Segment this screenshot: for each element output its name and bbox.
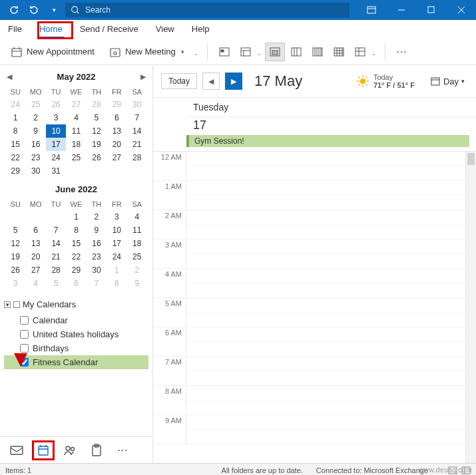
mini-cal-day[interactable]: 13 — [107, 124, 126, 138]
minimize-button[interactable] — [386, 0, 416, 20]
qat-customize-icon[interactable]: ▾ — [45, 1, 63, 19]
time-slot[interactable] — [186, 269, 476, 297]
mini-cal-day[interactable]: 25 — [127, 250, 147, 263]
view-month-button[interactable] — [329, 43, 349, 61]
mini-cal-day[interactable] — [5, 210, 25, 224]
view-workweek-button[interactable] — [286, 43, 306, 61]
mini-cal-day[interactable]: 9 — [87, 224, 107, 237]
mini-cal-day[interactable]: 17 — [46, 138, 66, 151]
undo-icon[interactable] — [25, 1, 43, 19]
mini-cal-day[interactable]: 28 — [127, 151, 147, 164]
mini-cal-day[interactable]: 29 — [107, 98, 126, 111]
time-slot[interactable] — [186, 210, 476, 239]
mini-cal-day[interactable]: 9 — [127, 277, 147, 290]
time-row[interactable]: 1 AM — [153, 181, 476, 210]
mini-cal-day[interactable]: 8 — [107, 277, 126, 290]
mini-cal-day[interactable]: 9 — [25, 124, 45, 138]
mini-cal-day[interactable]: 30 — [25, 164, 45, 178]
view-schedule-button[interactable] — [350, 43, 370, 61]
time-row[interactable]: 2 AM — [153, 210, 476, 239]
mini-cal-day[interactable]: 1 — [5, 111, 25, 124]
mini-cal-day[interactable] — [66, 164, 86, 178]
mini-cal-day[interactable]: 6 — [25, 224, 45, 237]
mini-cal-day[interactable]: 16 — [25, 138, 45, 151]
mini-cal-day[interactable]: 11 — [66, 124, 86, 138]
checkbox-icon[interactable] — [13, 301, 20, 308]
mini-cal-day[interactable]: 3 — [107, 210, 126, 224]
today-button[interactable]: Today — [161, 73, 197, 89]
next-month-button[interactable]: ▶ — [140, 73, 146, 81]
mini-cal-day[interactable]: 2 — [87, 210, 107, 224]
view-week-button[interactable] — [308, 43, 328, 61]
tab-help[interactable]: Help — [190, 21, 211, 38]
mini-cal-day[interactable]: 24 — [107, 250, 126, 263]
time-slot[interactable] — [186, 181, 476, 210]
mini-cal-day[interactable]: 22 — [5, 151, 25, 164]
time-row[interactable]: 9 AM — [153, 415, 476, 444]
nav-people-button[interactable] — [59, 440, 81, 460]
mini-cal-day[interactable]: 19 — [87, 138, 107, 151]
mini-cal-day[interactable]: 3 — [5, 277, 25, 290]
scrollbar-thumb[interactable] — [467, 153, 475, 165]
mini-cal-day[interactable]: 1 — [66, 210, 86, 224]
calendar-tree-item[interactable]: Calendar — [4, 313, 148, 327]
mini-cal-day[interactable]: 24 — [46, 151, 66, 164]
mini-cal-day[interactable]: 29 — [5, 164, 25, 178]
mini-cal-day[interactable]: 4 — [25, 277, 45, 290]
mini-cal-day[interactable]: 4 — [66, 111, 86, 124]
ribbon-overflow-button[interactable]: ⋯ — [392, 45, 412, 58]
mini-cal-day[interactable]: 5 — [46, 277, 66, 290]
group-launcher-icon[interactable]: ⌄ — [194, 47, 200, 57]
mini-cal-day[interactable]: 30 — [127, 98, 147, 111]
mini-cal-day[interactable]: 18 — [66, 138, 86, 151]
mini-cal-day[interactable]: 23 — [25, 151, 45, 164]
weather-widget[interactable]: Today 71° F / 51° F — [356, 73, 415, 89]
mini-cal-day[interactable] — [46, 210, 66, 224]
calendar-checkbox[interactable] — [20, 344, 29, 353]
mini-cal-day[interactable] — [25, 210, 45, 224]
calendar-checkbox[interactable] — [20, 330, 29, 339]
scrollbar[interactable] — [465, 152, 476, 463]
ribbon-display-icon[interactable] — [356, 0, 386, 20]
mini-cal-day[interactable]: 23 — [87, 250, 107, 263]
search-box[interactable]: Search — [65, 3, 350, 17]
mini-cal-day[interactable]: 26 — [87, 151, 107, 164]
time-row[interactable]: 8 AM — [153, 386, 476, 415]
calendar-tree-item[interactable]: Fitness Calendar — [4, 355, 148, 369]
calendar-tree-item[interactable]: United States holidays — [4, 327, 148, 341]
time-slot[interactable] — [186, 327, 476, 356]
time-row[interactable]: 5 AM — [153, 298, 476, 327]
time-row[interactable]: 4 AM — [153, 269, 476, 298]
mini-cal-day[interactable]: 27 — [107, 151, 126, 164]
time-row[interactable]: 12 AM — [153, 152, 476, 181]
mini-cal-day[interactable]: 30 — [87, 263, 107, 277]
group-launcher-icon[interactable]: ⌄ — [257, 47, 264, 57]
calendar-checkbox[interactable] — [20, 316, 29, 325]
mini-cal-day[interactable]: 11 — [127, 224, 147, 237]
nav-tasks-button[interactable] — [85, 440, 108, 460]
time-row[interactable]: 6 AM — [153, 327, 476, 357]
mini-cal-day[interactable]: 5 — [5, 224, 25, 237]
mini-cal-day[interactable]: 31 — [46, 164, 66, 178]
sync-all-icon[interactable] — [5, 1, 23, 19]
mini-cal-day[interactable]: 3 — [46, 111, 66, 124]
prev-month-button[interactable]: ◀ — [7, 73, 12, 81]
mini-cal-day[interactable]: 7 — [46, 224, 66, 237]
mini-cal-day[interactable]: 7 — [87, 277, 107, 290]
mini-cal-day[interactable]: 29 — [66, 263, 86, 277]
calendar-checkbox[interactable] — [20, 358, 29, 367]
mini-cal-day[interactable]: 5 — [87, 111, 107, 124]
mini-cal-day[interactable]: 26 — [46, 98, 66, 111]
mini-cal-day[interactable]: 14 — [127, 124, 147, 138]
mini-cal-day[interactable]: 22 — [66, 250, 86, 263]
mini-cal-day[interactable]: 12 — [5, 237, 25, 250]
mini-cal-day[interactable]: 2 — [25, 111, 45, 124]
mini-cal-day[interactable]: 27 — [25, 263, 45, 277]
time-row[interactable]: 7 AM — [153, 357, 476, 386]
nav-more-button[interactable]: ⋯ — [112, 440, 134, 460]
mini-cal-day[interactable]: 25 — [25, 98, 45, 111]
mini-cal-day[interactable]: 19 — [5, 250, 25, 263]
time-slot[interactable] — [186, 298, 476, 327]
mini-cal-day[interactable]: 6 — [107, 111, 126, 124]
mini-cal-day[interactable]: 10 — [46, 124, 66, 138]
